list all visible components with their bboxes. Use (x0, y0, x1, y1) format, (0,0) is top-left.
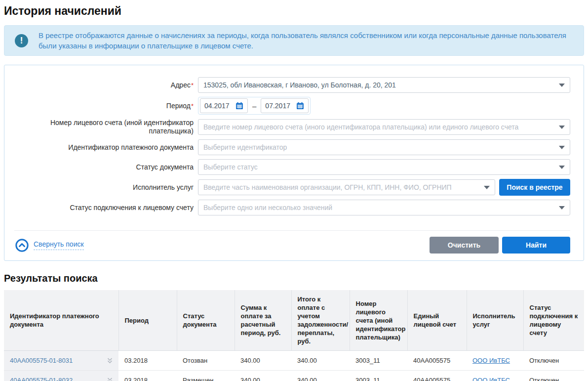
address-input[interactable] (198, 77, 570, 93)
payment-doc-link[interactable]: 40AA005575-01-8032 (10, 377, 73, 381)
find-button[interactable]: Найти (502, 237, 570, 254)
payment-doc-link[interactable]: 40AA005575-01-8031 (10, 357, 73, 364)
table-body: 40AA005575-01-803103.2018Отозван340.0034… (4, 351, 584, 381)
table-row: 40AA005575-01-803203.2018Размещен340.003… (4, 371, 584, 381)
search-form-panel: Адрес* Период* – (4, 65, 584, 261)
calendar-icon[interactable] (296, 102, 304, 110)
chevron-double-down-icon[interactable] (106, 377, 114, 381)
provider-link[interactable]: ООО ИвТБС (472, 357, 510, 364)
account-number-input[interactable] (198, 119, 570, 135)
cell-connection: Отключен (523, 371, 584, 381)
payment-doc-id-label: Идентификатор платежного документа (14, 143, 198, 152)
provider-link[interactable]: ООО ИвТБС (472, 377, 510, 381)
period-group: – (198, 97, 311, 115)
column-header-total: Итого к оплате с учетом задолженности/ п… (291, 290, 350, 351)
cell-status: Отозван (177, 351, 235, 371)
info-banner-text: В реестре отображаются данные о начислен… (39, 30, 572, 51)
collapse-search-label: Свернуть поиск (34, 240, 84, 250)
required-mark: * (191, 102, 194, 110)
page: История начислений ! В реестре отображаю… (0, 4, 588, 381)
info-banner: ! В реестре отображаются данные о начисл… (4, 25, 584, 56)
period-from-field (200, 98, 248, 113)
service-provider-label: Исполнитель услуг (14, 183, 198, 192)
column-header-period: Период (118, 290, 177, 351)
cell-amount: 340.00 (235, 371, 291, 381)
address-label: Адрес* (14, 81, 198, 89)
period-to-field (261, 98, 309, 113)
column-header-doc_id: Идентификатор платежного документа (4, 290, 118, 351)
cell-account: 3003_11 (350, 371, 407, 381)
collapse-search-link[interactable]: Свернуть поиск (15, 239, 84, 252)
column-header-account: Номер лицевого счета (иной идентификатор… (350, 290, 407, 351)
chevron-down-icon[interactable] (559, 146, 565, 149)
form-row-address: Адрес* (14, 77, 570, 93)
service-provider-input[interactable] (198, 179, 495, 195)
chevron-down-icon[interactable] (559, 126, 565, 129)
table-row: 40AA005575-01-803103.2018Отозван340.0034… (4, 351, 584, 371)
clear-button[interactable]: Очистить (430, 237, 499, 254)
column-header-status: Статус документа (177, 290, 235, 351)
chevron-down-icon[interactable] (559, 84, 565, 87)
payment-doc-id-input[interactable] (198, 139, 570, 155)
account-number-label: Номер лицевого счета (иной идентификатор… (14, 119, 198, 135)
chevron-down-icon[interactable] (484, 186, 490, 189)
doc-status-label: Статус документа (14, 163, 198, 171)
column-header-unified_account: Единый лицевой счет (407, 290, 467, 351)
page-title: История начислений (4, 4, 584, 18)
period-separator: – (252, 102, 256, 110)
period-label: Период* (14, 102, 198, 110)
cell-period: 03.2018 (118, 371, 177, 381)
cell-doc-id: 40AA005575-01-8031 (4, 351, 118, 371)
column-header-amount: Сумма к оплате за расчетный период, руб. (235, 290, 291, 351)
form-row-payment-doc-id: Идентификатор платежного документа (14, 139, 570, 155)
period-from-input[interactable] (204, 102, 231, 110)
connection-status-label: Статус подключения к лицевому счету (14, 204, 198, 212)
column-header-provider: Исполнитель услуг (467, 290, 523, 351)
cell-provider: ООО ИвТБС (467, 351, 523, 371)
cell-amount: 340.00 (235, 351, 291, 371)
calendar-icon[interactable] (235, 102, 243, 110)
form-row-service-provider: Исполнитель услуг Поиск в реестре (14, 179, 570, 196)
chevron-double-down-icon[interactable] (106, 357, 114, 364)
chevron-down-icon[interactable] (559, 166, 565, 169)
required-mark: * (191, 82, 194, 89)
cell-total: 340.00 (291, 371, 350, 381)
doc-status-input[interactable] (198, 159, 570, 175)
cell-doc-id: 40AA005575-01-8032 (4, 371, 118, 381)
cell-connection: Отключен (523, 351, 584, 371)
cell-total: 340.00 (291, 351, 350, 371)
chevron-down-icon[interactable] (559, 206, 565, 210)
column-header-connection: Статус подключения к лицевому счету (523, 290, 584, 351)
form-row-doc-status: Статус документа (14, 159, 570, 175)
form-row-period: Период* – (14, 97, 570, 115)
chevron-up-circle-icon (15, 239, 29, 252)
results-title: Результаты поиска (4, 273, 584, 284)
cell-status: Размещен (177, 371, 235, 381)
form-footer: Свернуть поиск Очистить Найти (14, 230, 570, 254)
cell-unified_account: 40AA005575 (407, 371, 467, 381)
cell-period: 03.2018 (118, 351, 177, 371)
connection-status-input[interactable] (198, 200, 570, 215)
period-to-input[interactable] (265, 102, 292, 110)
form-row-connection-status: Статус подключения к лицевому счету (14, 200, 570, 215)
form-row-account-number: Номер лицевого счета (иной идентификатор… (14, 119, 570, 135)
results-table: Идентификатор платежного документаПериод… (4, 290, 584, 381)
cell-account: 3003_11 (350, 351, 407, 371)
cell-unified_account: 40AA005575 (407, 351, 467, 371)
cell-provider: ООО ИвТБС (467, 371, 523, 381)
exclamation-icon: ! (15, 34, 28, 47)
search-registry-button[interactable]: Поиск в реестре (499, 179, 570, 196)
table-header-row: Идентификатор платежного документаПериод… (4, 290, 584, 351)
